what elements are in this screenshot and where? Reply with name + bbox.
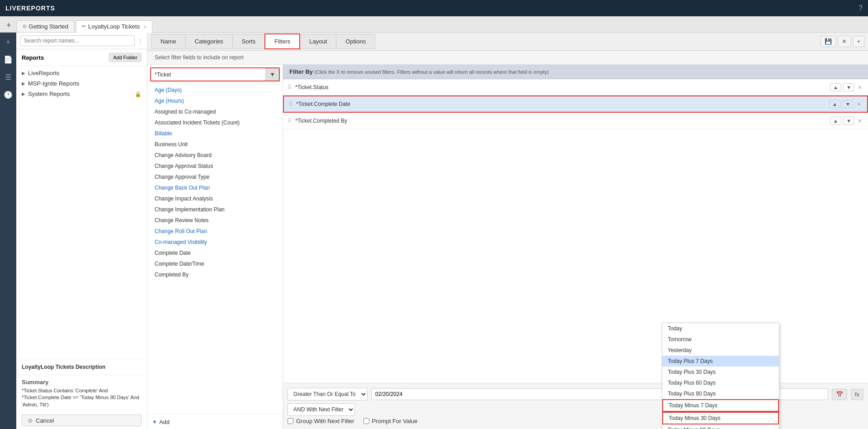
tree-item-livereports[interactable]: ▶ LiveReports [16, 68, 147, 78]
search-input[interactable] [20, 35, 135, 46]
icon-rail: + 📄 ☰ 🕐 [0, 33, 16, 429]
prompt-for-value-label: Prompt For Value [372, 418, 418, 424]
tab-options[interactable]: Options [336, 34, 375, 49]
filter-row-completed-by-label: *Ticket.Completed By [295, 118, 830, 124]
logic-select[interactable]: AND With Next Filter OR With Next Filter [288, 403, 355, 416]
filter-row-complete-date: ⠿ *Ticket.Complete Date ▲ ▼ × [283, 95, 868, 113]
summary-area: Summary *Ticket.Status Contains 'Complet… [16, 375, 147, 412]
add-folder-button[interactable]: Add Folder [109, 53, 142, 62]
prompt-for-value-checkbox[interactable]: Prompt For Value [363, 418, 418, 424]
tab-loyaltyloop-tickets-label: LoyaltyLoop Tickets [88, 23, 140, 30]
formula-icon-button[interactable]: fx [851, 389, 863, 400]
date-dropdown-overlay: Today Tomorrow Yesterday Today Plus 7 Da… [662, 323, 779, 429]
move-up-status-button[interactable]: ▲ [830, 83, 841, 91]
rail-icon-clock[interactable]: 🕐 [2, 89, 14, 101]
tab-loyaltyloop-tickets[interactable]: ✏ LoyaltyLoop Tickets × [76, 20, 152, 33]
add-button[interactable]: + [853, 36, 864, 47]
dropdown-item-yesterday[interactable]: Yesterday [662, 345, 779, 356]
field-item-complete-datetime[interactable]: Complete Date/Time [147, 258, 283, 269]
move-down-completed-button[interactable]: ▼ [843, 117, 854, 125]
add-tab-button[interactable]: + [4, 19, 14, 32]
cancel-button[interactable]: ⊗ Cancel [22, 415, 142, 426]
remove-date-button[interactable]: × [855, 100, 863, 108]
cancel-label: Cancel [36, 417, 54, 424]
plus-icon: + [153, 418, 156, 425]
move-up-date-button[interactable]: ▲ [829, 100, 840, 108]
filter-by-subtitle: (Click the X to remove unused filters. F… [314, 69, 548, 75]
dropdown-item-today[interactable]: Today [662, 323, 779, 334]
tab-layout[interactable]: Layout [300, 34, 336, 49]
cancel-icon: ⊗ [28, 417, 33, 424]
field-item-approval-type[interactable]: Change Approval Type [147, 172, 283, 182]
tab-name-label: Name [160, 38, 176, 45]
drag-handle-icon[interactable]: ⠿ [288, 84, 292, 91]
prompt-checkbox-input[interactable] [363, 418, 369, 424]
field-item-age-days[interactable]: Age (Days) [147, 85, 283, 95]
field-item-associated[interactable]: Associated Incident Tickets (Count) [147, 117, 283, 128]
content-toolbar: Name Categories Sorts Filters Layout Opt… [147, 33, 868, 51]
group-checkbox-input[interactable] [288, 418, 293, 424]
field-item-review-notes[interactable]: Change Review Notes [147, 215, 283, 226]
filter-row-complete-date-label: *Ticket.Complete Date [296, 101, 829, 107]
dropdown-item-today-plus-7[interactable]: Today Plus 7 Days [662, 356, 779, 367]
move-down-status-button[interactable]: ▼ [843, 83, 854, 91]
tree-item-system[interactable]: ▶ System Reports 🔒 [16, 89, 147, 99]
dropdown-item-today-plus-90[interactable]: Today Plus 90 Days [662, 388, 779, 399]
filter-by-title: Filter By [289, 68, 313, 75]
save-button[interactable]: 💾 [821, 36, 836, 47]
tree-item-livereports-label: LiveReports [28, 70, 59, 76]
filter-row-status-actions: ▲ ▼ × [830, 83, 863, 91]
tab-getting-started[interactable]: ⊙ Getting Started [17, 20, 74, 32]
field-item-assigned[interactable]: Assigned to Co-managed [147, 106, 283, 117]
field-item-complete-date[interactable]: Complete Date [147, 248, 283, 258]
field-item-roll-out[interactable]: Change Roll Out Plan [147, 226, 283, 237]
field-item-approval-status[interactable]: Change Approval Status [147, 161, 283, 172]
field-item-impact[interactable]: Change Impact Analysis [147, 193, 283, 204]
search-more-icon[interactable]: ⋮ [137, 38, 143, 44]
tree-item-msp-ignite[interactable]: ▶ MSP-Ignite Reports [16, 78, 147, 89]
remove-status-button[interactable]: × [856, 84, 863, 91]
drag-handle-icon-2[interactable]: ⠿ [288, 101, 292, 107]
add-field-button[interactable]: + Add [147, 414, 283, 429]
tab-categories[interactable]: Categories [185, 34, 233, 49]
dropdown-item-today-minus-7[interactable]: Today Minus 7 Days [662, 399, 779, 412]
operator-select[interactable]: Greater Than Or Equal To Less Than Or Eq… [288, 388, 368, 400]
field-item-billable[interactable]: Billable [147, 128, 283, 139]
search-bar: ⋮ [16, 33, 147, 49]
dropdown-item-today-plus-30[interactable]: Today Plus 30 Days [662, 367, 779, 377]
tab-close-icon[interactable]: × [143, 24, 146, 29]
tab-sorts[interactable]: Sorts [232, 34, 265, 49]
rail-icon-page[interactable]: 📄 [2, 53, 14, 66]
drag-handle-icon-3[interactable]: ⠿ [288, 118, 292, 124]
field-dropdown-value[interactable]: *Ticket [151, 69, 265, 81]
remove-completed-button[interactable]: × [856, 117, 863, 124]
group-with-next-checkbox[interactable]: Group With Next Filter [288, 418, 354, 424]
dropdown-arrow-icon[interactable]: ▼ [265, 68, 279, 81]
dropdown-item-today-minus-30[interactable]: Today Minus 30 Days [662, 412, 779, 424]
tab-name[interactable]: Name [151, 34, 186, 49]
field-item-age-hours[interactable]: Age (Hours) [147, 95, 283, 106]
tab-categories-label: Categories [195, 38, 223, 45]
field-item-advisory[interactable]: Change Advisory Board [147, 150, 283, 161]
field-item-completed-by[interactable]: Completed By [147, 269, 283, 280]
tab-filters[interactable]: Filters [264, 33, 300, 49]
calendar-icon-button[interactable]: 📅 [832, 389, 847, 400]
rail-icon-plus[interactable]: + [4, 36, 12, 48]
move-down-date-button[interactable]: ▼ [842, 100, 854, 108]
field-item-co-managed[interactable]: Co-managed Visibility [147, 237, 283, 248]
filter-row-status: ⠿ *Ticket.Status ▲ ▼ × [283, 79, 868, 95]
export-button[interactable]: ✕ [838, 36, 851, 47]
field-dropdown: *Ticket ▼ [150, 67, 280, 81]
main-layout: + 📄 ☰ 🕐 ⋮ Reports Add Folder ▶ LiveRepor… [0, 33, 868, 429]
field-item-implementation[interactable]: Change Implementation Plan [147, 204, 283, 215]
field-item-business-unit[interactable]: Business Unit [147, 139, 283, 150]
filter-instruction: Select filter fields to include on repor… [147, 51, 868, 65]
summary-title: Summary [22, 379, 142, 386]
field-item-back-out[interactable]: Change Back Out Plan [147, 182, 283, 193]
dropdown-item-today-minus-60[interactable]: Today Minus 60 Days [662, 424, 779, 429]
dropdown-item-tomorrow[interactable]: Tomorrow [662, 334, 779, 345]
move-up-completed-button[interactable]: ▲ [830, 117, 841, 125]
rail-icon-list[interactable]: ☰ [3, 71, 13, 83]
help-icon[interactable]: ? [859, 4, 863, 12]
dropdown-item-today-plus-60[interactable]: Today Plus 60 Days [662, 377, 779, 388]
